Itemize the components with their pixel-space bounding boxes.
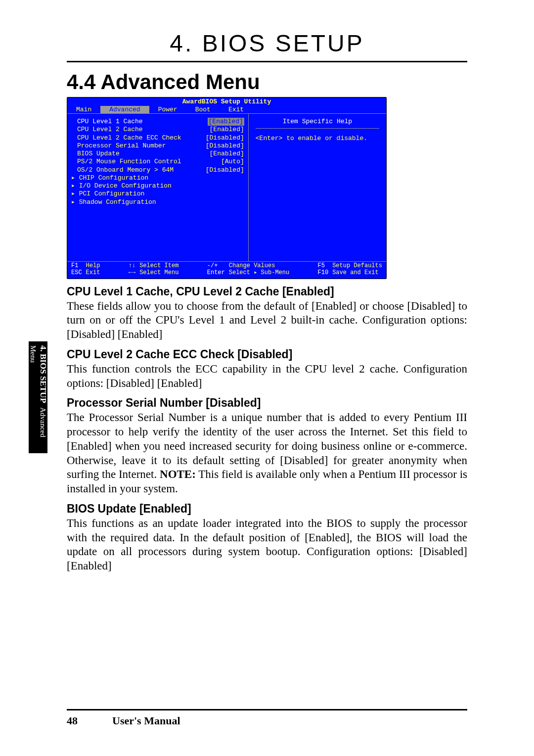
bios-menu-boot[interactable]: Boot — [186, 106, 220, 113]
page-number: 48 — [67, 714, 78, 727]
key-f10: F10 — [318, 270, 329, 277]
body-cpu-cache: These fields allow you to choose from th… — [67, 299, 467, 342]
key-plusminus: -/+ — [207, 263, 225, 270]
page-title: 4. BIOS SETUP — [67, 30, 467, 57]
bios-item-cpu-l2-cache[interactable]: CPU Level 2 Cache[Enabled] — [77, 126, 244, 134]
label-change-values: Change Values — [229, 263, 289, 270]
bios-item-chip-config[interactable]: CHIP Configuration — [77, 174, 244, 182]
bios-item-cpu-l2-ecc[interactable]: CPU Level 2 Cache ECC Check[Disabled] — [77, 134, 244, 142]
section-title: 4.4 Advanced Menu — [67, 70, 467, 94]
footer-rule — [67, 709, 467, 710]
bios-body: CPU Level 1 Cache[Enabled] CPU Level 2 C… — [67, 113, 386, 261]
key-f1: F1 — [71, 263, 82, 270]
key-leftright: ←→ — [129, 270, 135, 277]
label-save-exit: Save and Exit — [332, 270, 382, 277]
bios-header: AwardBIOS Setup Utility — [67, 97, 386, 106]
bios-menu-advanced[interactable]: Advanced — [100, 106, 149, 113]
label-setup-defaults: Setup Defaults — [332, 263, 382, 270]
bios-item-shadow-config[interactable]: Shadow Configuration — [77, 198, 244, 206]
bios-item-pci-config[interactable]: PCI Configuration — [77, 190, 244, 198]
bios-help-title: Item Specific Help — [256, 118, 379, 129]
body-ecc: This function controls the ECC capabilit… — [67, 362, 467, 391]
label-select-menu: Select Menu — [139, 270, 178, 277]
side-tab: 4. BIOS SETUP Advanced Menu — [29, 341, 47, 453]
bios-item-bios-update[interactable]: BIOS Update[Enabled] — [77, 150, 244, 158]
bios-help-text: <Enter> to enable or disable. — [256, 135, 379, 142]
bios-items-pane: CPU Level 1 Cache[Enabled] CPU Level 2 C… — [67, 114, 249, 261]
bios-item-os2-memory[interactable]: OS/2 Onboard Memory > 64M[Disabled] — [77, 166, 244, 174]
label-help: Help — [86, 263, 100, 270]
body-psn: The Processor Serial Number is a unique … — [67, 411, 467, 496]
bios-item-cpu-l1-cache[interactable]: CPU Level 1 Cache[Enabled] — [77, 118, 244, 126]
key-enter: Enter — [207, 270, 225, 277]
heading-bios-update: BIOS Update [Enabled] — [67, 502, 467, 516]
bios-menu-bar: Main Advanced Power Boot Exit — [67, 106, 386, 113]
body-bios-update: This functions as an update loader integ… — [67, 517, 467, 573]
page-footer: 48 User's Manual — [67, 709, 467, 727]
footer-label: User's Manual — [112, 714, 180, 727]
key-esc: ESC — [71, 270, 82, 277]
bios-screenshot: AwardBIOS Setup Utility Main Advanced Po… — [67, 97, 387, 279]
bios-menu-exit[interactable]: Exit — [220, 106, 253, 113]
key-updown: ↑↓ — [129, 263, 135, 270]
heading-cpu-cache: CPU Level 1 Cache, CPU Level 2 Cache [En… — [67, 285, 467, 298]
key-f5: F5 — [318, 263, 329, 270]
bios-help-pane: Item Specific Help <Enter> to enable or … — [249, 114, 386, 261]
label-select-item: Select Item — [139, 263, 178, 270]
heading-ecc: CPU Level 2 Cache ECC Check [Disabled] — [67, 348, 467, 361]
bios-item-io-config[interactable]: I/O Device Configuration — [77, 182, 244, 190]
label-exit: Exit — [86, 270, 100, 277]
label-select-sub: Select ▸ Sub-Menu — [229, 270, 289, 277]
content-area: 4. BIOS SETUP 4.4 Advanced Menu AwardBIO… — [67, 30, 467, 702]
bios-footer: F1ESC HelpExit ↑↓←→ Select ItemSelect Me… — [67, 261, 386, 279]
page: 4. BIOS SETUP Advanced Menu 4. BIOS SETU… — [0, 0, 534, 756]
bios-menu-main[interactable]: Main — [67, 106, 100, 113]
bios-item-proc-serial[interactable]: Processor Serial Number[Disabled] — [77, 142, 244, 150]
bios-menu-power[interactable]: Power — [149, 106, 186, 113]
side-tab-title: 4. BIOS SETUP — [39, 345, 48, 403]
top-rule — [67, 61, 467, 62]
heading-psn: Processor Serial Number [Disabled] — [67, 396, 467, 410]
bios-item-ps2-mouse[interactable]: PS/2 Mouse Function Control[Auto] — [77, 158, 244, 166]
